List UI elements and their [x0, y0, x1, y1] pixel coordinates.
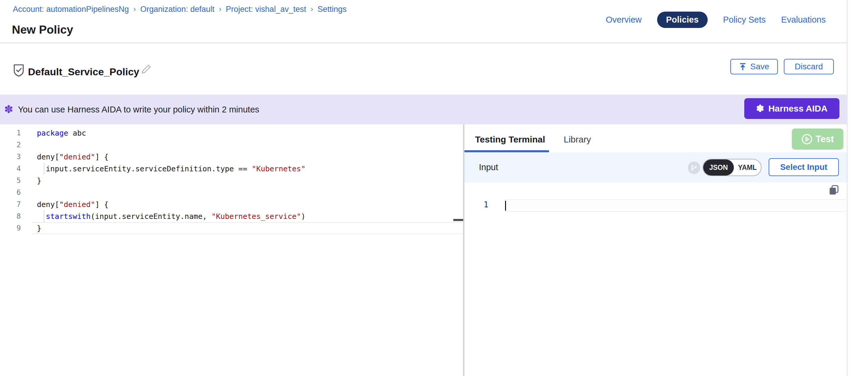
code-line[interactable]: 6 — [0, 187, 463, 198]
breadcrumb-item[interactable]: Project: vishal_av_test — [226, 5, 306, 14]
pencil-icon[interactable] — [141, 63, 152, 77]
code-line-content[interactable]: input.serviceEntity.serviceDefinition.ty… — [32, 163, 463, 175]
save-label: Save — [750, 62, 769, 71]
upload-icon — [739, 62, 747, 71]
header-tab-policies[interactable]: Policies — [657, 11, 708, 28]
code-line-content[interactable]: } — [32, 175, 463, 187]
line-number: 8 — [0, 212, 32, 220]
policy-name: Default_Service_Policy — [28, 66, 139, 77]
page-right-border — [847, 0, 847, 376]
input-editor-current-line[interactable] — [505, 199, 846, 212]
new-policy-page: Account: automationPipelinesNg›Organizat… — [0, 0, 868, 376]
line-number: 6 — [0, 188, 32, 197]
tab-library[interactable]: Library — [564, 134, 591, 145]
line-number: 2 — [0, 141, 32, 149]
test-label: Test — [816, 134, 834, 145]
breadcrumb-separator-icon: › — [133, 5, 136, 13]
format-option-yaml[interactable]: YAML — [734, 159, 761, 176]
line-number: 7 — [0, 200, 32, 209]
code-line-content[interactable]: startswith(input.serviceEntity.name, "Ku… — [32, 210, 463, 222]
overview-ruler-cursor-mark — [453, 219, 463, 221]
indent-guide — [37, 163, 46, 175]
code-line[interactable]: 8startswith(input.serviceEntity.name, "K… — [0, 210, 463, 222]
breadcrumb-separator-icon: › — [311, 5, 313, 13]
page-title: New Policy — [12, 23, 73, 36]
line-number: 4 — [0, 164, 32, 173]
breadcrumb-item[interactable]: Organization: default — [141, 5, 214, 14]
code-line[interactable]: 7deny["denied"] { — [0, 198, 463, 210]
select-input-label: Select Input — [780, 162, 828, 172]
aida-banner: ✽ You can use Harness AIDA to write your… — [0, 95, 847, 124]
header-tab-policy-sets[interactable]: Policy Sets — [723, 15, 766, 25]
policy-code-editor[interactable]: 1package abc23deny["denied"] {4input.ser… — [0, 127, 463, 234]
harness-aida-button[interactable]: ✽ Harness AIDA — [744, 98, 839, 119]
input-editor-line-number: 1 — [464, 200, 489, 209]
active-tab-underline — [464, 150, 549, 152]
input-label: Input — [479, 162, 498, 172]
tab-testing-terminal[interactable]: Testing Terminal — [475, 134, 545, 145]
breadcrumb-separator-icon: › — [219, 5, 221, 13]
code-line[interactable]: 9} — [0, 222, 463, 234]
line-number: 9 — [0, 224, 32, 232]
line-number: 1 — [0, 129, 32, 137]
aida-button-label: Harness AIDA — [768, 103, 828, 114]
code-line-content[interactable] — [32, 187, 463, 198]
format-option-json[interactable]: JSON — [703, 159, 734, 176]
breadcrumb-item[interactable]: Account: automationPipelinesNg — [13, 5, 129, 14]
code-line-content[interactable]: package abc — [32, 127, 463, 139]
indent-guide — [37, 210, 46, 222]
aida-flower-icon: ✽ — [4, 104, 13, 115]
line-number: 5 — [0, 177, 32, 185]
aida-flower-icon: ✽ — [756, 104, 764, 113]
breadcrumb: Account: automationPipelinesNg›Organizat… — [13, 5, 346, 14]
shield-check-icon — [13, 64, 24, 77]
code-line[interactable]: 3deny["denied"] { — [0, 151, 463, 163]
play-circle-icon — [801, 133, 813, 145]
header-tab-evaluations[interactable]: Evaluations — [781, 15, 826, 25]
input-editor-cursor — [505, 201, 506, 211]
code-line-content[interactable]: } — [32, 222, 463, 234]
code-line-content[interactable]: deny["denied"] { — [32, 198, 463, 210]
discard-label: Discard — [795, 62, 823, 71]
code-line[interactable]: 4input.serviceEntity.serviceDefinition.t… — [0, 163, 463, 175]
save-button[interactable]: Save — [730, 59, 778, 74]
header-divider — [0, 42, 847, 43]
branch-icon — [688, 161, 700, 174]
copy-icon[interactable] — [829, 184, 839, 196]
code-line[interactable]: 1package abc — [0, 127, 463, 139]
code-line-content[interactable] — [32, 139, 463, 151]
discard-button[interactable]: Discard — [784, 59, 834, 74]
select-input-button[interactable]: Select Input — [769, 158, 839, 176]
code-line-content[interactable]: deny["denied"] { — [32, 151, 463, 163]
test-button[interactable]: Test — [792, 128, 843, 150]
header-tab-overview[interactable]: Overview — [606, 15, 642, 25]
header-tabs: OverviewPoliciesPolicy SetsEvaluations — [606, 11, 826, 28]
line-number: 3 — [0, 153, 32, 161]
breadcrumb-item[interactable]: Settings — [318, 5, 347, 14]
code-line[interactable]: 2 — [0, 139, 463, 151]
aida-banner-message: You can use Harness AIDA to write your p… — [18, 105, 259, 115]
format-toggle: JSONYAML — [703, 159, 762, 176]
code-line[interactable]: 5} — [0, 175, 463, 187]
